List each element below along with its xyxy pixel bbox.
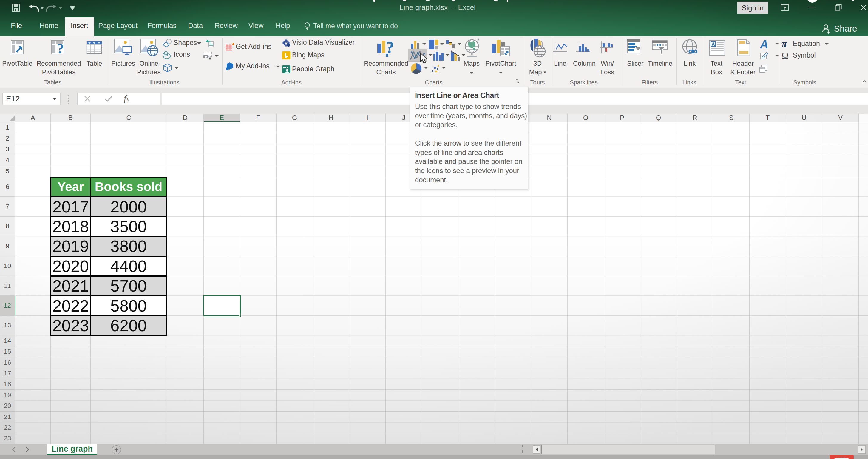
svg-text:A: A	[711, 42, 715, 47]
svg-text:?: ?	[57, 41, 64, 56]
